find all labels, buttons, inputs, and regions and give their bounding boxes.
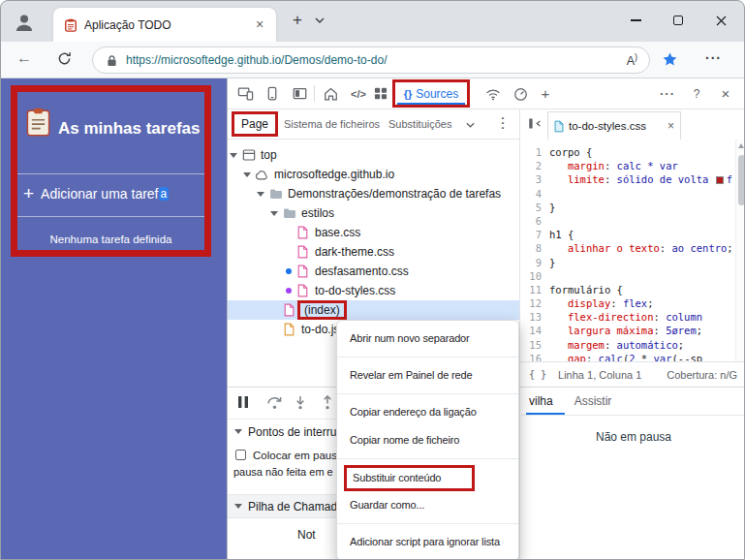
performance-button[interactable]	[509, 78, 532, 109]
kebab-menu-icon[interactable]: ···	[496, 117, 510, 132]
close-window-button[interactable]	[699, 1, 742, 40]
line-number: 7	[520, 228, 549, 241]
add-task-button[interactable]: + Adicionar uma tarefa	[23, 183, 169, 204]
html-file-icon	[282, 303, 296, 317]
back-button[interactable]: ←	[16, 49, 32, 67]
css-file-icon	[295, 264, 310, 278]
tab-overrides[interactable]: Substituições	[388, 118, 451, 130]
chevron-down-icon[interactable]	[466, 122, 475, 128]
gauge-icon	[513, 87, 528, 101]
phone-icon	[267, 86, 277, 101]
tree-item[interactable]: Demonstrações/demonstração de tarefas	[228, 184, 519, 203]
coverage-status[interactable]: Cobertura: n/G	[667, 369, 737, 381]
profile-button[interactable]	[11, 9, 38, 36]
tree-item[interactable]: (index)	[228, 300, 519, 320]
antenna-icon	[485, 87, 501, 101]
title-bar: Aplicação TODO × +	[1, 1, 744, 42]
help-button[interactable]: ?	[685, 78, 708, 109]
divider	[17, 173, 204, 174]
debugger-tabs: vilha Assistir	[521, 388, 745, 416]
more-tools-button[interactable]: +	[534, 78, 557, 109]
tab-page[interactable]: Page	[241, 117, 268, 131]
editor-tab-close-icon[interactable]: ×	[667, 119, 674, 133]
context-menu-item[interactable]: Substituir conteúdo	[337, 463, 518, 491]
expander-triangle-icon[interactable]	[270, 211, 278, 216]
code-line: 12 display: flex;	[520, 296, 745, 310]
tab-filesystem[interactable]: Sistema de ficheiros	[284, 118, 380, 130]
editor-scrollbar[interactable]	[735, 140, 745, 361]
context-menu-item[interactable]: Abrir num novo separador	[337, 325, 518, 353]
refresh-button[interactable]	[57, 51, 72, 66]
format-button[interactable]: { }	[529, 369, 546, 380]
menu-separator	[337, 357, 518, 358]
expander-triangle-icon[interactable]	[243, 172, 251, 177]
tree-item[interactable]: top	[228, 145, 519, 165]
url-text[interactable]: https://microsoftedge.github.io/Demos/de…	[126, 53, 627, 67]
browser-tab[interactable]: Aplicação TODO ×	[53, 8, 276, 42]
network-conditions-button[interactable]	[481, 78, 505, 109]
tree-item[interactable]: base.css	[228, 223, 519, 242]
context-menu-item[interactable]: Guardar como...	[337, 491, 518, 519]
inspect-device-button[interactable]	[233, 78, 257, 109]
tree-item[interactable]: dark-theme.css	[228, 242, 519, 262]
js-file-icon	[282, 323, 296, 336]
tab-close-icon[interactable]: ×	[251, 16, 268, 34]
pause-button[interactable]	[237, 395, 249, 409]
tree-item[interactable]: estilos	[228, 203, 519, 223]
line-number: 6	[520, 214, 549, 228]
read-aloud-button[interactable]: A)	[627, 52, 637, 68]
tab-sources[interactable]: Sources	[416, 87, 458, 101]
tree-item[interactable]: to-do-styles.css	[228, 281, 519, 300]
new-tab-button[interactable]: +	[288, 11, 307, 30]
expander-triangle-icon[interactable]	[257, 192, 264, 197]
scroll-up-icon[interactable]	[738, 143, 744, 148]
line-number: 1	[520, 145, 549, 159]
tree-item[interactable]: microsoftedge.github.io	[228, 165, 519, 184]
address-bar[interactable]: https://microsoftedge.github.io/Demos/de…	[92, 47, 650, 74]
context-menu-item[interactable]: Copiar nome de ficheiro	[337, 426, 518, 454]
context-menu-item[interactable]: Revelar em Painel de rede	[337, 361, 518, 389]
panel-toggle-icon	[528, 117, 543, 130]
navigator-toggle-button[interactable]	[528, 117, 543, 130]
checkbox-unchecked-icon[interactable]	[235, 450, 246, 460]
dock-side-button[interactable]	[288, 78, 311, 109]
clipboard-icon	[25, 108, 51, 138]
tree-item-label: to-do.js	[301, 323, 339, 336]
step-over-button[interactable]	[266, 395, 283, 410]
refresh-icon	[57, 51, 72, 66]
browser-menu-button[interactable]: ···	[705, 50, 722, 66]
code-line: 8 alinhar o texto: ao centro;	[520, 241, 745, 255]
favorites-button[interactable]	[662, 51, 678, 68]
code-line: 5}	[520, 201, 745, 214]
tab-watch[interactable]: Assistir	[574, 394, 612, 408]
scrollbar-thumb[interactable]	[738, 155, 745, 205]
line-number: 13	[520, 310, 549, 324]
maximize-button[interactable]	[657, 1, 699, 40]
star-icon	[662, 51, 678, 68]
home-tab-button[interactable]	[319, 78, 342, 109]
line-number: 5	[520, 201, 549, 214]
minimize-button[interactable]	[614, 1, 657, 40]
close-devtools-button[interactable]: ×	[714, 78, 737, 109]
code-editor[interactable]: 1corpo {2 margin: calc * var3 limite: só…	[520, 140, 745, 361]
context-menu-item[interactable]: Copiar endereço da ligação	[337, 398, 518, 426]
browser-window: Aplicação TODO × + ← https://microsofted…	[0, 0, 745, 560]
context-menu: Abrir num novo separadorRevelar em Paine…	[336, 320, 519, 560]
add-task-label: Adicionar uma taref	[41, 186, 158, 202]
console-tab-button[interactable]	[369, 78, 392, 109]
devtools-menu-button[interactable]: ···	[654, 78, 681, 109]
expander-triangle-icon[interactable]	[230, 153, 237, 158]
step-out-button[interactable]	[321, 395, 334, 410]
editor-tab[interactable]: to-do-styles.css ×	[547, 111, 681, 140]
device-toolbar-button[interactable]	[261, 78, 284, 109]
css-file-icon	[295, 284, 310, 297]
tree-item[interactable]: desfasamento.css	[228, 262, 519, 281]
active-tab-underline	[526, 413, 565, 415]
tab-list-chevron-icon[interactable]	[315, 17, 325, 23]
context-menu-item[interactable]: Adicionar script para ignorar lista	[337, 528, 518, 556]
step-into-button[interactable]	[294, 395, 307, 410]
line-number: 9	[520, 256, 549, 269]
tab-scope[interactable]: vilha	[529, 394, 553, 408]
line-number: 11	[520, 283, 549, 296]
debugger-detail-pane: vilha Assistir Não em pausa	[521, 388, 745, 560]
